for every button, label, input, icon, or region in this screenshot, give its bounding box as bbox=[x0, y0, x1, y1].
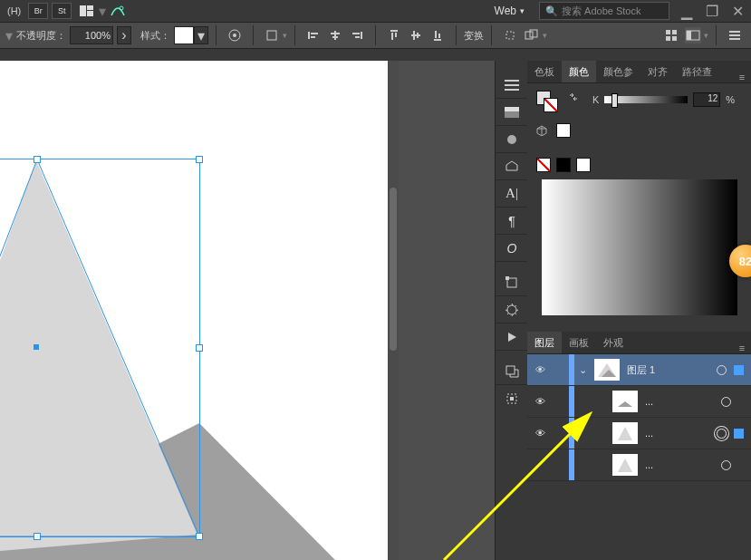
tab-pathfinder[interactable]: 路径查 bbox=[675, 61, 719, 82]
handle-e[interactable] bbox=[196, 344, 203, 352]
brushes-icon[interactable] bbox=[496, 126, 528, 153]
svg-rect-36 bbox=[729, 38, 740, 40]
style-swatch[interactable] bbox=[174, 26, 194, 44]
minimize-button[interactable]: ▁ bbox=[679, 5, 695, 17]
svg-rect-6 bbox=[267, 31, 276, 40]
recolor-icon[interactable] bbox=[226, 27, 243, 43]
panel-menu-icon[interactable]: ≡ bbox=[733, 343, 751, 353]
svg-rect-22 bbox=[434, 39, 441, 41]
arrange-docs-icon[interactable] bbox=[79, 5, 95, 17]
selection-indicator[interactable] bbox=[734, 429, 744, 439]
artboard[interactable] bbox=[0, 61, 391, 560]
layer-row[interactable]: ... bbox=[527, 449, 751, 481]
swatches-icon[interactable] bbox=[496, 99, 528, 126]
none-swatch[interactable] bbox=[536, 158, 551, 172]
restore-button[interactable]: ❐ bbox=[704, 5, 720, 17]
transform-panel-icon[interactable] bbox=[496, 269, 528, 296]
visibility-toggle[interactable]: 👁 bbox=[527, 396, 553, 407]
doc-setup-icon[interactable] bbox=[264, 27, 280, 43]
selection-box[interactable] bbox=[0, 159, 200, 537]
align-left-icon[interactable] bbox=[305, 27, 322, 43]
svg-rect-10 bbox=[334, 31, 336, 40]
tab-align[interactable]: 对齐 bbox=[640, 61, 675, 82]
layer-row[interactable]: 👁 ... bbox=[527, 418, 751, 449]
workspace-switcher[interactable]: Web ▾ bbox=[489, 3, 530, 19]
align-top-icon[interactable] bbox=[386, 27, 402, 43]
transform-label[interactable]: 变换 bbox=[464, 29, 484, 43]
close-button[interactable]: ✕ bbox=[729, 5, 746, 17]
handle-ne[interactable] bbox=[196, 156, 203, 163]
svg-rect-16 bbox=[390, 30, 398, 32]
layer-name[interactable]: ... bbox=[641, 396, 653, 407]
panel-toggle-icon[interactable] bbox=[685, 27, 701, 43]
bridge-button[interactable]: Br bbox=[28, 3, 48, 19]
isolate-icon[interactable] bbox=[502, 27, 518, 43]
stock-button[interactable]: St bbox=[52, 3, 72, 19]
panel-menu-icon[interactable]: ≡ bbox=[733, 72, 751, 82]
search-stock-input[interactable]: 🔍 搜索 Adobe Stock bbox=[539, 2, 669, 20]
style-dropdown[interactable]: ▾ bbox=[194, 26, 208, 44]
handle-s[interactable] bbox=[34, 533, 41, 540]
visibility-toggle[interactable]: 👁 bbox=[527, 364, 553, 375]
list-icon[interactable] bbox=[727, 27, 743, 43]
swap-icon[interactable] bbox=[569, 92, 578, 101]
paragraph-icon[interactable]: ¶ bbox=[496, 208, 528, 235]
separator bbox=[216, 25, 217, 45]
svg-rect-50 bbox=[506, 366, 515, 374]
artboards-icon[interactable] bbox=[496, 358, 528, 385]
layer-name[interactable]: ... bbox=[641, 459, 653, 470]
opacity-label: 不透明度： bbox=[16, 29, 66, 43]
visibility-toggle[interactable]: 👁 bbox=[527, 428, 553, 439]
gpu-preview-icon[interactable] bbox=[110, 5, 126, 17]
align-hcenter-icon[interactable] bbox=[327, 27, 343, 43]
title-bar: (H) Br St ▾ Web ▾ 🔍 搜索 Adobe Stock ▁ ❐ ✕ bbox=[0, 0, 751, 22]
tab-color-guide[interactable]: 颜色参 bbox=[596, 61, 640, 82]
scrollbar-thumb[interactable] bbox=[390, 188, 397, 351]
align-bottom-icon[interactable] bbox=[429, 27, 446, 43]
grid-icon[interactable] bbox=[663, 27, 679, 43]
handle-se[interactable] bbox=[196, 533, 203, 540]
layer-name[interactable]: ... bbox=[641, 428, 653, 439]
align-vcenter-icon[interactable] bbox=[408, 27, 424, 43]
k-slider[interactable] bbox=[604, 96, 688, 103]
menu-help[interactable]: (H) bbox=[0, 5, 28, 16]
black-swatch[interactable] bbox=[556, 158, 571, 172]
opacity-input[interactable]: 100% bbox=[70, 26, 113, 44]
color-spectrum[interactable] bbox=[542, 179, 737, 315]
selection-indicator[interactable] bbox=[734, 365, 744, 375]
tab-appearance[interactable]: 外观 bbox=[596, 332, 631, 353]
asset-export-icon[interactable] bbox=[496, 385, 528, 412]
menu-icon[interactable] bbox=[496, 72, 528, 99]
appearance-icon[interactable] bbox=[496, 296, 528, 323]
target-icon[interactable] bbox=[717, 397, 735, 407]
k-value-input[interactable]: 12 bbox=[693, 92, 720, 107]
mask-icon[interactable] bbox=[524, 27, 540, 43]
canvas-scrollbar[interactable] bbox=[388, 61, 399, 560]
cube-icon[interactable] bbox=[536, 125, 547, 136]
disclosure-icon[interactable]: ⌄ bbox=[574, 364, 591, 376]
glyphs-icon[interactable]: O bbox=[496, 235, 528, 262]
white-swatch[interactable] bbox=[556, 123, 571, 138]
target-icon[interactable] bbox=[712, 365, 730, 375]
character-icon[interactable]: A| bbox=[496, 180, 528, 208]
actions-icon[interactable] bbox=[496, 323, 528, 351]
svg-rect-7 bbox=[308, 32, 310, 39]
handle-n[interactable] bbox=[34, 156, 41, 163]
layer-row-parent[interactable]: 👁 ⌄ 图层 1 bbox=[527, 354, 751, 386]
target-icon[interactable] bbox=[717, 460, 735, 470]
tab-swatches[interactable]: 色板 bbox=[527, 61, 562, 82]
symbols-icon[interactable] bbox=[496, 153, 528, 180]
layer-name[interactable]: 图层 1 bbox=[623, 363, 655, 377]
target-icon[interactable] bbox=[712, 429, 730, 439]
tab-color[interactable]: 颜色 bbox=[562, 61, 596, 82]
tab-layers[interactable]: 图层 bbox=[527, 332, 562, 353]
tab-artboards[interactable]: 画板 bbox=[562, 332, 596, 353]
layer-row[interactable]: 👁 ... bbox=[527, 386, 751, 418]
slider-knob[interactable] bbox=[611, 93, 618, 108]
align-right-icon[interactable] bbox=[349, 27, 365, 43]
white-swatch-2[interactable] bbox=[576, 158, 591, 172]
fill-stroke-proxy[interactable] bbox=[536, 91, 560, 114]
svg-rect-29 bbox=[672, 30, 677, 34]
opacity-dropdown[interactable]: › bbox=[117, 26, 131, 44]
separator bbox=[716, 25, 717, 45]
